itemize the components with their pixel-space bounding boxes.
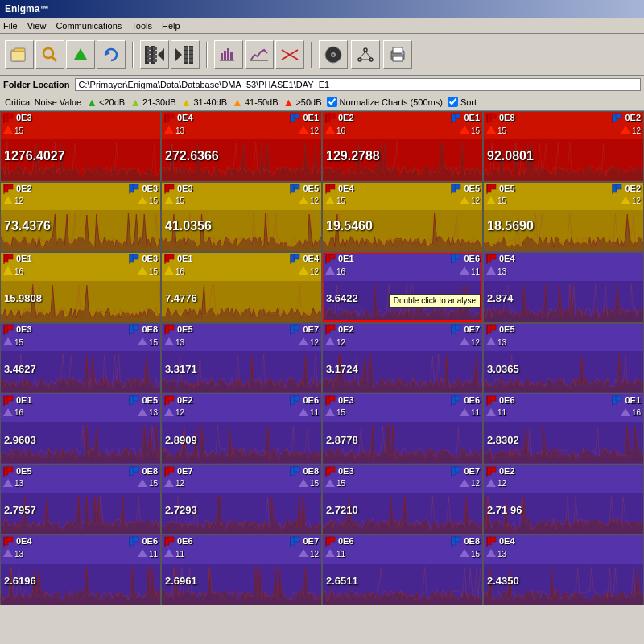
menu-item-help[interactable]: Help	[162, 21, 180, 31]
cell-channel-num: 13	[497, 338, 506, 347]
cell-channel-id: 0E2	[177, 395, 193, 408]
chart-cell[interactable]: 0E1160E5132.9603	[0, 394, 161, 464]
svg-marker-71	[460, 126, 469, 134]
arrow-up-button[interactable]	[66, 40, 95, 69]
noise-triangle	[3, 479, 13, 489]
chart-cell[interactable]: 0E4150E51219.5460	[322, 182, 483, 253]
svg-marker-94	[164, 196, 174, 204]
chart-cell[interactable]: 0E2120E31573.4376	[0, 182, 161, 253]
svg-marker-30	[224, 51, 226, 60]
chart-cell[interactable]: 0E4130E112272.6366	[161, 111, 322, 182]
search-button[interactable]	[35, 40, 64, 69]
chart-cell[interactable]: 0E5130E8152.7957	[0, 464, 161, 535]
cell-channel-id: 0E2	[338, 113, 354, 126]
chart-line-button[interactable]	[245, 40, 274, 69]
chart-cell[interactable]: 0E5133.0365	[483, 323, 644, 394]
refresh-button[interactable]	[97, 40, 126, 69]
cell-flag-left	[3, 536, 14, 549]
chart-cell[interactable]: 0E1160E31515.9808	[0, 252, 161, 323]
chart-cell[interactable]: 0E6110E8152.6511	[322, 535, 483, 605]
cell-flag-left	[3, 184, 14, 196]
toolbar-separator-3	[311, 42, 312, 68]
nav-prev-button[interactable]	[140, 40, 169, 69]
svg-rect-241	[455, 467, 460, 472]
chart-cell[interactable]: 0E6110E7122.6961	[161, 535, 322, 605]
cell-channel-num: 11	[336, 550, 345, 559]
chart-cell[interactable]: 0E1160E4127.4776	[161, 252, 322, 323]
chart-cell[interactable]: 0E2120E6112.8909	[161, 394, 322, 464]
svg-rect-273	[455, 537, 460, 542]
svg-rect-20	[184, 47, 188, 50]
chart-cell[interactable]: 0E2120E7123.1724	[322, 323, 483, 394]
chart-cell[interactable]: 0E2122.71 96	[483, 464, 644, 535]
noise-triangle-right	[621, 196, 630, 206]
cell-flag-right	[451, 395, 462, 408]
chart-cell[interactable]: 0E4132.4350	[483, 535, 644, 605]
chart-bar-button[interactable]	[214, 40, 243, 69]
svg-marker-134	[299, 266, 308, 275]
menu-item-tools[interactable]: Tools	[131, 21, 152, 31]
svg-marker-5	[74, 48, 87, 60]
cell-value: 2.4350	[487, 575, 519, 587]
cell-header: 0E3150E512	[162, 183, 321, 207]
cell-header: 0E413	[484, 535, 643, 559]
chart-cell[interactable]: 0E8150E21292.0801	[483, 111, 644, 182]
svg-rect-183	[7, 396, 13, 401]
cell-sub-channel-num: 15	[310, 479, 319, 488]
svg-marker-143	[460, 266, 469, 275]
chart-cell[interactable]: 0E5130E7123.3171	[161, 323, 322, 394]
svg-rect-2	[11, 52, 25, 61]
svg-marker-207	[460, 408, 469, 416]
cell-channel-id: 0E4	[499, 536, 515, 549]
disk-button[interactable]	[319, 40, 348, 69]
print-button[interactable]	[383, 40, 412, 69]
menu-item-communications[interactable]: Communications	[56, 21, 122, 31]
chart-cell[interactable]: 0E3150E6112.8778	[322, 394, 483, 464]
chart-cell[interactable]: 0E1160E6113.6422Double click to analyse	[322, 252, 483, 323]
svg-point-3	[43, 48, 53, 58]
svg-rect-56	[168, 114, 174, 118]
cell-flag-left	[164, 466, 175, 479]
network-button[interactable]	[351, 40, 380, 69]
svg-rect-11	[147, 59, 151, 62]
svg-rect-9	[147, 51, 151, 54]
cell-flag-right	[451, 254, 462, 266]
cell-value: 15.9808	[4, 292, 42, 304]
chart-cell[interactable]: 0E4130E6112.6196	[0, 535, 161, 605]
chart-cell[interactable]: 0E3150E7122.7210	[322, 464, 483, 535]
chart-cell[interactable]: 0E2160E115129.2788	[322, 111, 483, 182]
normalize-checkbox[interactable]	[327, 97, 337, 107]
cell-value: 2.7210	[326, 504, 358, 516]
chart-cell[interactable]: 0E5150E21218.5690	[483, 182, 644, 253]
cell-flag-right	[451, 113, 462, 126]
svg-rect-21	[184, 51, 188, 54]
cell-value: 2.874	[487, 292, 514, 304]
noise-triangle-right	[299, 126, 308, 135]
chart-cell[interactable]: 0E7120E8152.7293	[161, 464, 322, 535]
sort-checkbox[interactable]	[448, 97, 458, 107]
noise-triangle-right	[460, 266, 469, 276]
open-folder-button[interactable]	[5, 40, 34, 69]
chart-cell[interactable]: 0E3151276.4027	[0, 111, 161, 182]
chart-scatter-button[interactable]	[275, 40, 304, 69]
cell-sub-channel-id: 0E8	[303, 466, 319, 479]
chart-cell[interactable]: 0E4132.874	[483, 252, 644, 323]
menu-item-view[interactable]: View	[27, 21, 47, 31]
noise-triangle	[486, 479, 496, 489]
menu-item-file[interactable]: File	[3, 21, 18, 31]
chart-grid: 0E3151276.40270E4130E112272.63660E2160E1…	[0, 111, 644, 605]
toolbar-group-1	[5, 40, 126, 69]
cell-value: 2.6511	[326, 575, 358, 587]
svg-rect-25	[189, 47, 193, 50]
svg-rect-178	[490, 325, 496, 330]
nav-next-button[interactable]	[171, 40, 200, 69]
svg-marker-98	[299, 196, 308, 204]
svg-marker-85	[3, 196, 13, 204]
cell-header: 0E2120E712	[323, 324, 482, 348]
chart-cell[interactable]: 0E6110E1162.8302	[483, 394, 644, 464]
cell-header: 0E4130E112	[162, 112, 321, 136]
chart-cell[interactable]: 0E3150E51241.0356	[161, 182, 322, 253]
chart-cell[interactable]: 0E3150E8153.4627	[0, 323, 161, 394]
cell-channel-id: 0E6	[338, 536, 354, 549]
noise-triangle-right	[460, 549, 469, 559]
